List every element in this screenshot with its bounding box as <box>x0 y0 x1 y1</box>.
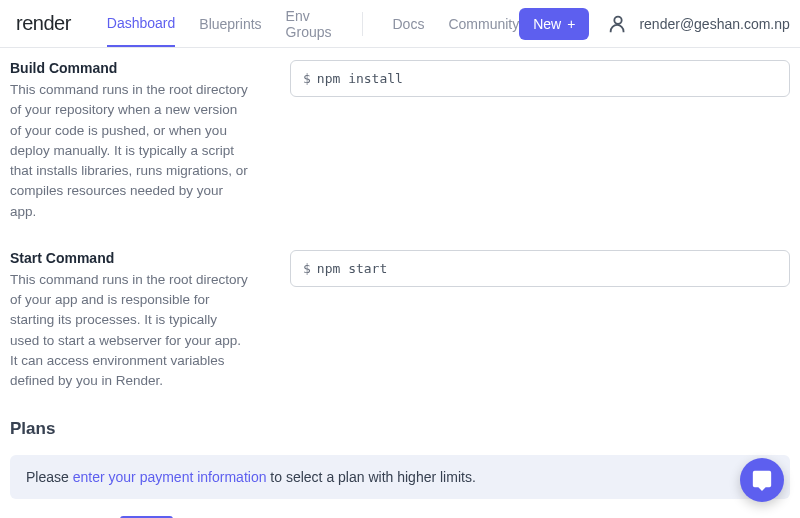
new-button[interactable]: New + <box>519 8 589 40</box>
nav-envgroups[interactable]: Env Groups <box>286 0 332 54</box>
svg-point-0 <box>615 16 622 23</box>
build-command-value: npm install <box>317 71 403 86</box>
nav-dashboard[interactable]: Dashboard <box>107 1 176 47</box>
header-right: New + render@geshan.com.np <box>519 8 800 40</box>
content: Build Command This command runs in the r… <box>0 48 800 518</box>
start-command-title: Start Command <box>10 250 250 266</box>
header: render Dashboard Blueprints Env Groups D… <box>0 0 800 48</box>
logo[interactable]: render <box>12 12 79 35</box>
nav-community[interactable]: Community <box>448 2 519 46</box>
build-command-desc: This command runs in the root directory … <box>10 80 250 222</box>
start-command-value: npm start <box>317 261 387 276</box>
notice-prefix: Please <box>26 469 73 485</box>
build-command-field: $npm install <box>290 60 790 222</box>
payment-info-link[interactable]: enter your payment information <box>73 469 267 485</box>
nav-separator <box>362 12 363 36</box>
user-email: render@geshan.com.np <box>639 16 789 32</box>
prompt-prefix: $ <box>303 261 311 276</box>
prompt-prefix: $ <box>303 71 311 86</box>
build-command-section: Build Command This command runs in the r… <box>10 60 790 222</box>
notice-suffix: to select a plan with higher limits. <box>266 469 475 485</box>
user-icon <box>607 13 629 35</box>
start-command-desc: This command runs in the root directory … <box>10 270 250 392</box>
build-command-title: Build Command <box>10 60 250 76</box>
payment-notice: Please enter your payment information to… <box>10 455 790 499</box>
start-command-field: $npm start <box>290 250 790 392</box>
chat-icon <box>751 469 773 491</box>
primary-nav: Dashboard Blueprints Env Groups Docs Com… <box>107 0 519 54</box>
nav-docs[interactable]: Docs <box>393 2 425 46</box>
start-command-input[interactable]: $npm start <box>290 250 790 287</box>
build-command-input[interactable]: $npm install <box>290 60 790 97</box>
chat-widget[interactable] <box>740 458 784 502</box>
start-command-section: Start Command This command runs in the r… <box>10 250 790 392</box>
start-command-info: Start Command This command runs in the r… <box>10 250 250 392</box>
user-menu[interactable]: render@geshan.com.np <box>607 13 800 35</box>
plans-heading: Plans <box>10 419 790 439</box>
plus-icon: + <box>567 16 575 32</box>
build-command-info: Build Command This command runs in the r… <box>10 60 250 222</box>
new-button-label: New <box>533 16 561 32</box>
nav-blueprints[interactable]: Blueprints <box>199 2 261 46</box>
